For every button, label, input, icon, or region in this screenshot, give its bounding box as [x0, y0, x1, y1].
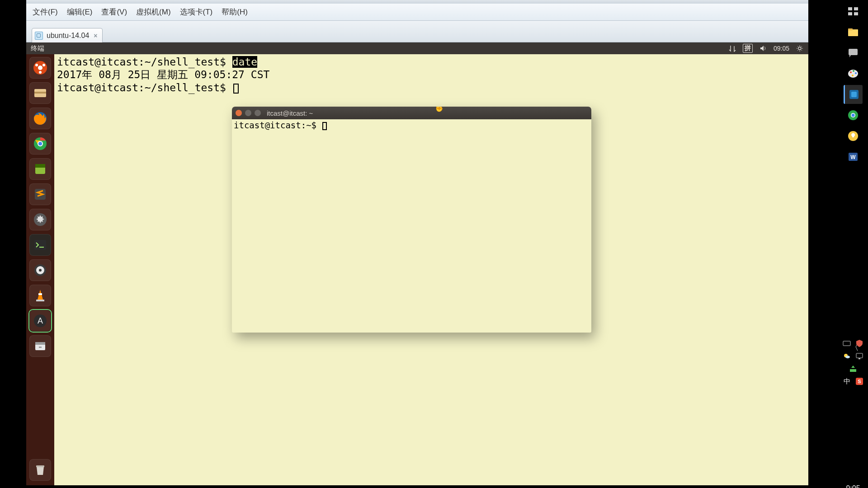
launcher-updater[interactable]: A: [29, 310, 51, 332]
term-line2-output: 2017年 08月 25日 星期五 09:05:27 CST: [57, 69, 269, 80]
svg-rect-27: [36, 465, 44, 467]
svg-point-11: [38, 142, 42, 145]
launcher-archive[interactable]: [29, 335, 51, 357]
svg-point-38: [855, 72, 857, 74]
taskbar-explorer[interactable]: [844, 23, 863, 42]
floating-terminal-body[interactable]: itcast@itcast:~$: [232, 119, 591, 333]
svg-rect-32: [848, 29, 858, 36]
svg-point-36: [850, 71, 852, 73]
window-minimize-icon[interactable]: [245, 110, 251, 116]
windows-taskbar: W 〈 中 S 9:05: [838, 0, 868, 488]
launcher-chrome[interactable]: [29, 133, 51, 155]
ime-indicator[interactable]: 拼: [743, 44, 753, 53]
menu-tabs[interactable]: 选项卡(T): [180, 7, 213, 17]
svg-point-2: [38, 66, 42, 70]
ubuntu-top-panel: 终端 拼 09:05: [26, 42, 808, 54]
svg-point-0: [798, 47, 801, 50]
taskbar-vmware[interactable]: [844, 85, 863, 104]
host-window: 文件(F) 编辑(E) 查看(V) 虚拟机(M) 选项卡(T) 帮助(H) ub…: [0, 0, 809, 488]
windows-tray: 中 S 9:05: [841, 339, 865, 488]
taskbar-chrome[interactable]: [844, 106, 863, 125]
panel-app-label: 终端: [26, 44, 44, 53]
floating-terminal-titlebar[interactable]: itcast@itcast: ~ ✊: [232, 107, 591, 119]
svg-text:S: S: [858, 379, 861, 384]
svg-point-44: [852, 114, 855, 117]
vm-tabstrip: ubuntu-14.04 ×: [26, 21, 808, 42]
launcher-vlc[interactable]: [29, 285, 51, 306]
taskbar-word[interactable]: W: [844, 147, 863, 166]
menu-vm[interactable]: 虚拟机(M): [136, 7, 170, 17]
volume-icon[interactable]: [759, 44, 767, 52]
vm-tab-icon: [35, 32, 43, 40]
launcher-sublime[interactable]: [29, 183, 51, 205]
floating-terminal-title: itcast@itcast: ~: [267, 109, 313, 117]
svg-rect-48: [843, 341, 850, 346]
session-gear-icon[interactable]: [796, 44, 804, 52]
svg-rect-34: [849, 49, 858, 55]
svg-rect-33: [848, 28, 853, 30]
svg-point-4: [42, 64, 45, 66]
tray-security-icon[interactable]: [855, 339, 864, 348]
menu-view[interactable]: 查看(V): [101, 7, 127, 17]
window-close-icon[interactable]: [236, 110, 242, 116]
svg-rect-7: [34, 92, 46, 94]
launcher-firefox[interactable]: [29, 108, 51, 129]
menu-edit[interactable]: 编辑(E): [67, 7, 93, 17]
windows-clock[interactable]: 9:05: [846, 484, 860, 488]
svg-rect-52: [859, 358, 860, 359]
tray-keyboard-icon[interactable]: [842, 339, 851, 348]
svg-point-3: [35, 64, 38, 66]
tray-sogou-icon[interactable]: S: [855, 377, 864, 386]
tray-display-icon[interactable]: [855, 352, 864, 361]
host-titlebar-sliver: [26, 0, 808, 4]
svg-rect-16: [34, 240, 46, 250]
floating-terminal-window[interactable]: itcast@itcast: ~ ✊ itcast@itcast:~$: [232, 107, 591, 333]
svg-point-5: [39, 71, 42, 74]
svg-point-39: [852, 75, 854, 76]
vm-tab-ubuntu[interactable]: ubuntu-14.04 ×: [32, 28, 103, 42]
svg-rect-21: [38, 293, 42, 295]
svg-rect-28: [848, 7, 852, 10]
taskbar-taskview[interactable]: [844, 2, 863, 21]
tray-ime-lang[interactable]: 中: [842, 377, 851, 386]
vm-tab-close-icon[interactable]: ×: [94, 32, 97, 39]
svg-rect-13: [35, 164, 45, 168]
svg-rect-26: [39, 347, 42, 348]
taskbar-paint[interactable]: [844, 64, 863, 83]
term-line1-command: date: [232, 56, 257, 68]
floating-terminal-prompt: itcast@itcast:~$: [234, 120, 321, 130]
svg-rect-53: [850, 369, 856, 372]
svg-rect-30: [848, 12, 852, 15]
term-line1-prompt: itcast@itcast:~/shell_test$: [57, 56, 232, 68]
launcher-settings[interactable]: [29, 209, 51, 230]
panel-clock[interactable]: 09:05: [774, 45, 789, 52]
move-cursor-icon: ✊: [435, 107, 443, 112]
launcher-sysmonitor[interactable]: [29, 259, 51, 281]
window-maximize-icon[interactable]: [255, 110, 261, 116]
menu-file[interactable]: 文件(F): [33, 7, 58, 17]
tray-weather-icon[interactable]: [842, 352, 851, 361]
launcher-trash[interactable]: [29, 459, 51, 481]
tray-upload-icon[interactable]: [849, 364, 858, 373]
launcher-files[interactable]: [29, 82, 51, 104]
launcher-dash[interactable]: [29, 57, 51, 79]
launcher-terminal[interactable]: [29, 234, 51, 256]
ubuntu-desktop: 终端 拼 09:05: [26, 42, 808, 485]
launcher-notes[interactable]: [29, 158, 51, 180]
vm-tab-label: ubuntu-14.04: [47, 32, 89, 40]
svg-point-37: [853, 70, 854, 72]
svg-rect-20: [36, 300, 44, 301]
background-terminal[interactable]: itcast@itcast:~/shell_test$ date 2017年 0…: [54, 54, 808, 108]
menu-help[interactable]: 帮助(H): [222, 7, 248, 17]
svg-point-19: [39, 269, 42, 272]
svg-rect-31: [854, 12, 858, 15]
taskbar-chat[interactable]: [844, 43, 863, 62]
svg-rect-29: [854, 7, 858, 10]
svg-text:W: W: [850, 154, 856, 160]
svg-rect-25: [35, 342, 45, 345]
vm-menubar: 文件(F) 编辑(E) 查看(V) 虚拟机(M) 选项卡(T) 帮助(H): [26, 4, 808, 21]
network-icon[interactable]: [728, 44, 736, 52]
svg-rect-51: [856, 353, 863, 358]
floating-terminal-cursor-icon: [322, 122, 327, 130]
taskbar-tips[interactable]: [844, 127, 863, 145]
